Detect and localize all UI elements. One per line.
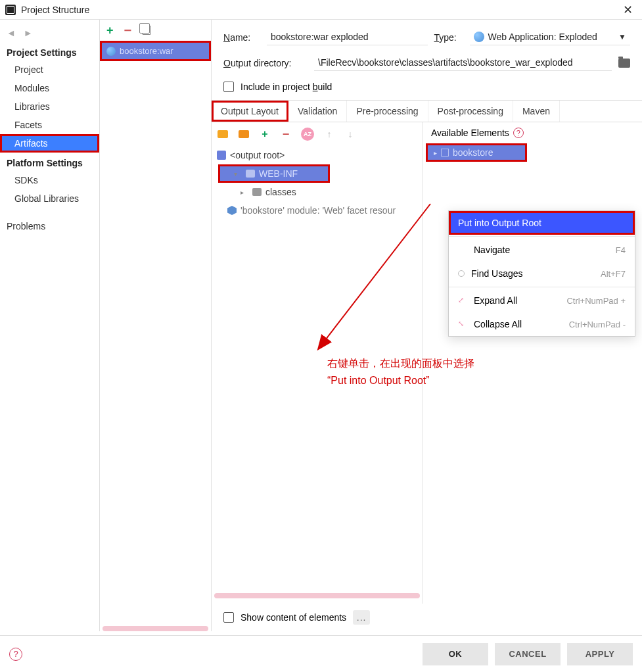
sidebar-item-project[interactable]: Project bbox=[0, 60, 99, 79]
menu-find-usages[interactable]: Find Usages Alt+F7 bbox=[449, 262, 635, 285]
layout-tree: <output root> ▾ WEB-INF ▸ classes ' bbox=[212, 146, 423, 220]
sidebar-item-libraries[interactable]: Libraries bbox=[0, 97, 99, 116]
scrollbar[interactable] bbox=[214, 593, 420, 598]
menu-shortcut: Ctrl+NumPad - bbox=[569, 320, 626, 329]
add-icon[interactable]: + bbox=[106, 24, 114, 37]
up-icon[interactable]: ↑ bbox=[323, 128, 335, 140]
separator bbox=[449, 236, 635, 237]
menu-label: Find Usages bbox=[471, 268, 594, 279]
available-item-bookstore[interactable]: ▸ bookstore bbox=[426, 143, 527, 162]
footer: ? OK CANCEL APPLY bbox=[0, 635, 642, 672]
menu-put-into-root[interactable]: Put into Output Root bbox=[449, 211, 635, 235]
scrollbar[interactable] bbox=[103, 626, 208, 631]
web-icon bbox=[106, 47, 116, 56]
browse-folder-icon[interactable] bbox=[618, 59, 630, 68]
sidebar-item-modules[interactable]: Modules bbox=[0, 79, 99, 97]
sidebar-item-artifacts[interactable]: Artifacts bbox=[0, 134, 99, 153]
context-menu: Put into Output Root Navigate F4 Find Us… bbox=[448, 210, 635, 337]
separator bbox=[449, 287, 635, 287]
type-dropdown[interactable]: Web Application: Exploded ▼ bbox=[470, 29, 631, 45]
layout-toolbar: + − AZ ↑ ↓ bbox=[212, 122, 423, 146]
tree-facet[interactable]: 'bookstore' module: 'Web' facet resour bbox=[212, 201, 423, 220]
section-project-settings: Project Settings bbox=[0, 42, 99, 60]
ok-button[interactable]: OK bbox=[423, 643, 488, 665]
outdir-field[interactable]: \FileRecv\bookstore\classes\artifacts\bo… bbox=[314, 55, 612, 71]
artifact-toolbar: + − bbox=[100, 20, 211, 41]
tab-post-processing[interactable]: Post-processing bbox=[428, 101, 513, 122]
menu-label: Collapse All bbox=[474, 319, 562, 329]
name-label: Name: bbox=[223, 32, 260, 43]
menu-shortcut: Ctrl+NumPad + bbox=[566, 296, 626, 306]
collapse-icon: ⤡ bbox=[458, 320, 467, 329]
menu-navigate[interactable]: Navigate F4 bbox=[449, 238, 635, 262]
search-icon bbox=[458, 270, 465, 277]
tree-classes-label: classes bbox=[265, 187, 296, 197]
new-folder-icon[interactable] bbox=[218, 130, 228, 138]
remove-icon[interactable]: − bbox=[124, 23, 132, 38]
type-value-text: Web Application: Exploded bbox=[488, 32, 597, 42]
back-icon[interactable]: ◄ bbox=[7, 28, 16, 38]
help-icon[interactable]: ? bbox=[9, 648, 22, 661]
menu-shortcut: F4 bbox=[616, 245, 626, 255]
intellij-icon bbox=[5, 5, 16, 15]
titlebar: Project Structure ✕ bbox=[0, 0, 642, 20]
section-platform-settings: Platform Settings bbox=[0, 153, 99, 171]
menu-shortcut: Alt+F7 bbox=[601, 269, 626, 279]
copy-icon[interactable] bbox=[142, 26, 151, 35]
sidebar-item-facets[interactable]: Facets bbox=[0, 116, 99, 134]
type-label: Type: bbox=[434, 32, 463, 43]
root-icon bbox=[217, 151, 226, 160]
tree-webinf[interactable]: ▾ WEB-INF bbox=[218, 164, 330, 183]
tree-root-label: <output root> bbox=[230, 150, 285, 160]
menu-expand-all[interactable]: ⤢ Expand All Ctrl+NumPad + bbox=[449, 289, 635, 312]
tab-validation[interactable]: Validation bbox=[288, 101, 347, 122]
artifact-item-bookstore[interactable]: bookstore:war bbox=[100, 41, 211, 61]
more-button[interactable]: ... bbox=[353, 610, 370, 625]
chevron-right-icon: ▸ bbox=[241, 189, 248, 196]
remove-icon[interactable]: − bbox=[280, 128, 292, 140]
chevron-down-icon: ▾ bbox=[234, 170, 242, 178]
name-field[interactable]: bookstore:war exploded bbox=[267, 29, 428, 45]
chevron-right-icon: ▸ bbox=[434, 149, 437, 156]
folder-icon bbox=[252, 188, 262, 196]
blank-icon bbox=[458, 245, 467, 254]
sort-icon[interactable]: AZ bbox=[301, 128, 314, 141]
menu-label: Expand All bbox=[474, 295, 560, 306]
nav-arrows: ◄ ► bbox=[0, 24, 99, 42]
new-archive-icon[interactable] bbox=[239, 130, 249, 138]
sidebar-item-problems[interactable]: Problems bbox=[0, 217, 99, 235]
available-header: Available Elements ? bbox=[423, 122, 642, 143]
tab-maven[interactable]: Maven bbox=[513, 101, 560, 122]
tree-webinf-label: WEB-INF bbox=[259, 168, 298, 179]
tree-root[interactable]: <output root> bbox=[212, 146, 423, 164]
tabs: Output Layout Validation Pre-processing … bbox=[212, 100, 642, 122]
outdir-label: Output directory: bbox=[223, 58, 308, 68]
down-icon[interactable]: ↓ bbox=[344, 128, 356, 140]
annotation-line2: “Put into Output Root” bbox=[327, 372, 474, 389]
artifact-item-label: bookstore:war bbox=[120, 46, 173, 56]
menu-collapse-all[interactable]: ⤡ Collapse All Ctrl+NumPad - bbox=[449, 312, 635, 336]
tab-output-layout[interactable]: Output Layout bbox=[212, 101, 288, 122]
sidebar-item-sdks[interactable]: SDKs bbox=[0, 171, 99, 189]
artifact-list: + − bookstore:war bbox=[100, 20, 212, 631]
sidebar-item-global-libraries[interactable]: Global Libraries bbox=[0, 189, 99, 208]
show-content-label: Show content of elements bbox=[241, 612, 346, 623]
cancel-button[interactable]: CANCEL bbox=[495, 643, 561, 665]
close-icon[interactable]: ✕ bbox=[619, 3, 637, 17]
include-label: Include in project build bbox=[241, 82, 332, 92]
apply-button[interactable]: APPLY bbox=[567, 643, 633, 665]
tab-pre-processing[interactable]: Pre-processing bbox=[347, 101, 428, 122]
show-content-checkbox[interactable] bbox=[223, 612, 234, 623]
tree-classes[interactable]: ▸ classes bbox=[212, 183, 423, 201]
module-icon bbox=[227, 206, 237, 215]
annotation-line1: 右键单击，在出现的面板中选择 bbox=[327, 355, 474, 372]
available-header-label: Available Elements bbox=[431, 128, 509, 138]
web-icon bbox=[474, 32, 484, 42]
forward-icon[interactable]: ► bbox=[24, 28, 33, 38]
add-icon[interactable]: + bbox=[259, 128, 271, 140]
help-icon[interactable]: ? bbox=[513, 128, 524, 138]
annotation-text: 右键单击，在出现的面板中选择 “Put into Output Root” bbox=[327, 355, 474, 389]
sidebar: ◄ ► Project Settings Project Modules Lib… bbox=[0, 20, 100, 631]
available-item-label: bookstore bbox=[453, 147, 493, 158]
include-checkbox[interactable] bbox=[223, 82, 234, 92]
